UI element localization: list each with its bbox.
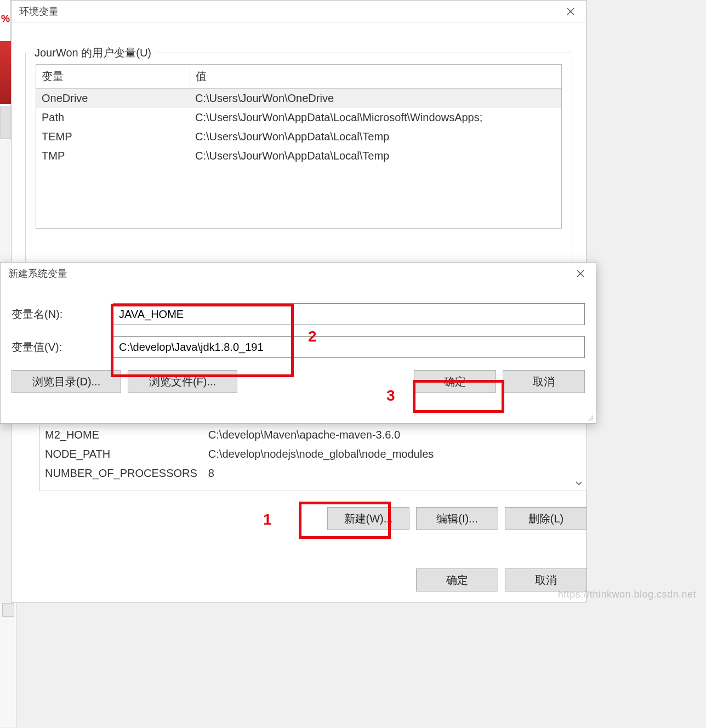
cell-value: C:\develop\Maven\apache-maven-3.6.0 (203, 425, 587, 445)
new-var-button-row: 浏览目录(D)... 浏览文件(F)... 确定 取消 (1, 358, 596, 393)
table-row[interactable]: TMP C:\Users\JourWon\AppData\Local\Temp (36, 146, 561, 166)
table-row[interactable]: OneDrive C:\Users\JourWon\OneDrive (36, 89, 561, 109)
delete-system-var-button[interactable]: 删除(L) (505, 507, 587, 530)
close-button[interactable] (560, 1, 582, 22)
cell-name: OneDrive (36, 89, 190, 109)
browse-file-button[interactable]: 浏览文件(F)... (128, 370, 237, 393)
user-variables-groupbox: JourWon 的用户变量(U) 变量 值 OneDrive C:\Users\… (25, 53, 572, 266)
truncated-gray-tab2 (0, 140, 11, 269)
new-system-variable-dialog: 新建系统变量 变量名(N): 变量值(V): 浏览目录(D)... 浏览文件(F… (0, 262, 596, 424)
close-button[interactable] (570, 263, 591, 285)
cell-name: Path (36, 108, 190, 127)
annotation-label-1: 1 (263, 511, 272, 528)
new-var-cancel-button[interactable]: 取消 (503, 370, 585, 393)
cell-value: C:\Users\JourWon\OneDrive (190, 89, 561, 109)
chevron-down-icon[interactable] (574, 479, 583, 487)
background-window-fragment-bottom (0, 603, 16, 727)
cell-value: 8 (203, 464, 587, 483)
close-icon (567, 8, 574, 15)
var-value-input[interactable] (113, 336, 585, 358)
column-header-name[interactable]: 变量 (36, 65, 190, 89)
var-name-input[interactable] (113, 303, 585, 325)
cell-value: C:\Users\JourWon\AppData\Local\Temp (190, 127, 561, 146)
truncated-red-tab (0, 41, 11, 104)
new-var-title: 新建系统变量 (8, 267, 67, 280)
annotation-label-2: 2 (308, 328, 317, 345)
var-name-label: 变量名(N): (12, 307, 113, 322)
cell-value: C:\Users\JourWon\AppData\Local\Microsoft… (190, 108, 561, 127)
var-value-label: 变量值(V): (12, 340, 113, 355)
svg-line-6 (593, 420, 593, 420)
new-var-ok-button[interactable]: 确定 (414, 370, 496, 393)
user-variables-label: JourWon 的用户变量(U) (31, 46, 155, 60)
table-row[interactable]: TEMP C:\Users\JourWon\AppData\Local\Temp (36, 127, 561, 146)
table-row[interactable]: M2_HOME C:\develop\Maven\apache-maven-3.… (39, 425, 587, 445)
cell-value: C:\Users\JourWon\AppData\Local\Temp (190, 146, 561, 166)
env-dialog-title: 环境变量 (19, 5, 59, 18)
cell-name: NODE_PATH (39, 445, 203, 464)
svg-line-4 (588, 416, 593, 420)
new-system-var-button[interactable]: 新建(W)... (327, 507, 409, 530)
annotation-label-3: 3 (386, 387, 395, 405)
cell-value: C:\develop\nodejs\node_global\node_modul… (203, 445, 587, 464)
table-row[interactable]: NUMBER_OF_PROCESSORS 8 (39, 464, 587, 483)
env-ok-button[interactable]: 确定 (416, 568, 498, 592)
background-window-fragment: % (0, 0, 11, 269)
resize-grip-icon[interactable] (586, 413, 594, 421)
system-variables-table-fragment[interactable]: M2_HOME C:\develop\Maven\apache-maven-3.… (39, 425, 587, 491)
var-name-row: 变量名(N): (1, 303, 596, 325)
env-cancel-button[interactable]: 取消 (505, 568, 587, 592)
table-row[interactable]: NODE_PATH C:\develop\nodejs\node_global\… (39, 445, 587, 464)
truncated-gray-tab (0, 106, 11, 139)
var-value-row: 变量值(V): (1, 336, 596, 358)
browse-directory-button[interactable]: 浏览目录(D)... (12, 370, 121, 393)
cell-name: TEMP (36, 127, 190, 146)
watermark-text: https://thinkwon.blog.csdn.net (558, 589, 696, 600)
column-header-value[interactable]: 值 (190, 65, 561, 89)
close-icon (577, 270, 584, 277)
edit-system-var-button[interactable]: 编辑(I)... (416, 507, 498, 530)
env-dialog-footer: 确定 取消 (39, 568, 587, 592)
truncated-percent-text: % (1, 13, 10, 25)
table-row[interactable]: Path C:\Users\JourWon\AppData\Local\Micr… (36, 108, 561, 127)
cell-name: M2_HOME (39, 425, 203, 445)
truncated-gray-block (2, 603, 14, 617)
cell-name: TMP (36, 146, 190, 166)
cell-name: NUMBER_OF_PROCESSORS (39, 464, 203, 483)
system-var-button-row: 新建(W)... 编辑(I)... 删除(L) (39, 507, 587, 530)
env-dialog-titlebar: 环境变量 (12, 1, 586, 22)
user-variables-table[interactable]: 变量 值 OneDrive C:\Users\JourWon\OneDrive … (36, 64, 562, 229)
new-var-titlebar: 新建系统变量 (1, 263, 596, 285)
